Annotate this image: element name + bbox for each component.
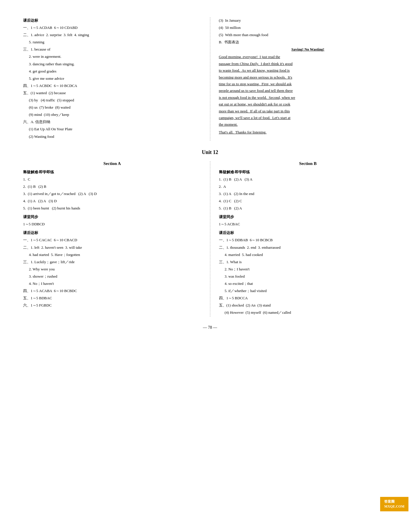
- passage-line9: more than we need. If all of us take par…: [219, 109, 290, 113]
- sa-er-2: 4. had started 5. Have；forgotten: [29, 252, 201, 258]
- sb-san-4: 4. so excited；that: [225, 281, 397, 287]
- sa-wu: 五、1～5 BDBAC: [23, 295, 201, 301]
- sb-subsec1: 释疑解难·即学即练: [219, 169, 397, 175]
- sb-san-2: 2. No；I haven't: [225, 266, 397, 272]
- sa-4: 4. (1) A (2) A (3) D: [23, 198, 201, 204]
- page: 课后达标 一、1～5 ACDAB 6～10 CDABD 二、1. advice …: [0, 0, 420, 520]
- passage-closing: That's all. Thanks for listening.: [219, 129, 397, 135]
- unit12-sections: Section A 释疑解难·即学即练 1. C 2. (1) B (2) B …: [23, 161, 397, 317]
- item-5: (5) With more than enough food: [219, 32, 397, 38]
- sb-1: 1. (1) B (2) A (3) A: [219, 176, 397, 183]
- sb-san-5: 5. if／whether；had visited: [225, 288, 397, 294]
- item-wu: 五、(1) wanted (2) because: [23, 90, 201, 96]
- section-b-col: Section B 释疑解难·即学即练 1. (1) B (2) A (3) A…: [210, 161, 397, 317]
- sa-liu: 六、1～5 FGBDC: [23, 302, 201, 309]
- sb-wu: 五、(1) shocked (2) An (3) stand: [219, 302, 397, 309]
- sa-5: 5. (1) been burnt (2) burnt his hands: [23, 205, 201, 211]
- passage-line11: the moment.: [219, 122, 238, 127]
- sb-sync: 1～5 ACBAC: [219, 221, 397, 227]
- sb-4: 4. (1) C (2) C: [219, 198, 397, 204]
- sb-san-3: 3. was fooled: [225, 273, 397, 280]
- item-san-3: 3. dancing rather than singing.: [29, 61, 201, 67]
- passage-line6: people around us to save food and tell t…: [219, 88, 293, 93]
- item-yi: 一、1～5 ACDAB 6～10 CDABD: [23, 25, 201, 31]
- passage-line4: becoming more and more serious in school…: [219, 75, 292, 79]
- sb-wu-2: (4) However (5) myself (6) named／called: [225, 309, 397, 316]
- sa-san-4: 4. No；I haven't: [29, 281, 201, 287]
- sa-sync: 1～5 DDBCD: [23, 221, 201, 227]
- item-b: B. 书面表达: [219, 39, 397, 45]
- passage-line2: passage from China Daily. I don't think …: [219, 62, 293, 66]
- unit-title: Unit 12: [23, 149, 397, 155]
- sb-si: 四、1～5 BDCCA: [219, 295, 397, 301]
- sa-san: 三、1. Luckily；gave；lift／ride: [23, 259, 201, 265]
- sa-si: 四、1～5 ACABA 6～10 BCBDC: [23, 288, 201, 294]
- section-a-header: Section A: [23, 161, 201, 166]
- page-number: — 78 —: [23, 325, 397, 330]
- item-wu-2: (3) by (4) traffic (5) stopped: [29, 97, 201, 103]
- item-liu: 六、A. 信息归纳: [23, 119, 201, 125]
- sa-subsec3: 课后达标: [23, 230, 201, 236]
- sb-subsec2: 课堂同步: [219, 214, 397, 220]
- right-col-top: (3) In January (4) 50 million (5) With m…: [210, 17, 397, 141]
- item-si: 四、1～5 ACBDC 6～10 BCDCA: [23, 83, 201, 89]
- essay-title: Saving! No Wasting!: [219, 46, 397, 53]
- watermark-line1: 答案圈: [384, 499, 404, 504]
- passage-line7: is not enough food in the world. Second,…: [219, 95, 295, 100]
- sb-san: 三、1. What is: [219, 259, 397, 265]
- item-san: 三、1. because of: [23, 46, 201, 53]
- item-er: 二、1. advice 2. surprise 3. felt 4. singi…: [23, 32, 201, 38]
- sa-yi: 一、1～5 CACAC 6～10 CBACD: [23, 237, 201, 243]
- sa-subsec1: 释疑解难·即学即练: [23, 169, 201, 175]
- section-b-header: Section B: [219, 161, 397, 166]
- sa-3: 3. (1) arrived in／got to／reached (2) A (…: [23, 191, 201, 197]
- passage-line5: time for us to stop wasting. First, we s…: [219, 82, 292, 86]
- watermark: 答案圈 MXQE.COM: [380, 497, 408, 511]
- section-a-col: Section A 释疑解难·即学即练 1. C 2. (1) B (2) B …: [23, 161, 210, 317]
- item-san-2: 2. were in agreement.: [29, 53, 201, 60]
- item-3: (3) In January: [219, 17, 397, 24]
- sb-3: 3. (1) A (2) In the end: [219, 191, 397, 197]
- top-section: 课后达标 一、1～5 ACDAB 6～10 CDABD 二、1. advice …: [23, 17, 397, 141]
- item-liu-1: (1) Eat Up All On Your Plate: [29, 126, 201, 132]
- sa-1: 1. C: [23, 176, 201, 183]
- passage-text: Good morning, everyone! I just read the …: [219, 53, 397, 128]
- watermark-line2: MXQE.COM: [384, 504, 404, 509]
- passage-line10: campaign, we'll save a lot of food. Let'…: [219, 116, 291, 120]
- item-er-5: 5. running: [29, 39, 201, 45]
- sa-subsec2: 课堂同步: [23, 214, 201, 220]
- item-wu-3: (6) us (7) broke (8) waited: [29, 104, 201, 111]
- passage-line1: Good morning, everyone! I just read the: [219, 55, 280, 59]
- sa-san-3: 3. shower；rushed: [29, 273, 201, 280]
- passage-line3: to waste food. As we all know, wasting f…: [219, 68, 290, 73]
- sb-5: 5. (1) B (2) A: [219, 205, 397, 211]
- item-san-4: 4. get good grades: [29, 68, 201, 75]
- passage-line8: eat out or at home, we shouldn't ask for…: [219, 102, 290, 106]
- item-wu-4: (9) mind (10) obey／keep: [29, 112, 201, 118]
- item-liu-2: (2) Wasting food: [29, 133, 201, 140]
- sb-er-2: 4. married 5. had cooked: [225, 252, 397, 258]
- item-4: (4) 50 million: [219, 25, 397, 31]
- sa-2: 2. (1) B (2) B: [23, 183, 201, 190]
- sb-er: 二、1. thousands 2. end 3. embarrassed: [219, 244, 397, 251]
- sb-2: 2. A: [219, 183, 397, 190]
- sa-san-2: 2. Why were you: [29, 266, 201, 272]
- sa-er: 二、1. left 2. haven't seen 3. will take: [23, 244, 201, 251]
- item-san-5: 5. give me some advice: [29, 75, 201, 82]
- khdb-title: 课后达标: [23, 17, 201, 24]
- left-col-top: 课后达标 一、1～5 ACDAB 6～10 CDABD 二、1. advice …: [23, 17, 210, 141]
- sb-yi: 一、1～5 DDBAB 6～10 BCBCB: [219, 237, 397, 243]
- sb-subsec3: 课后达标: [219, 230, 397, 236]
